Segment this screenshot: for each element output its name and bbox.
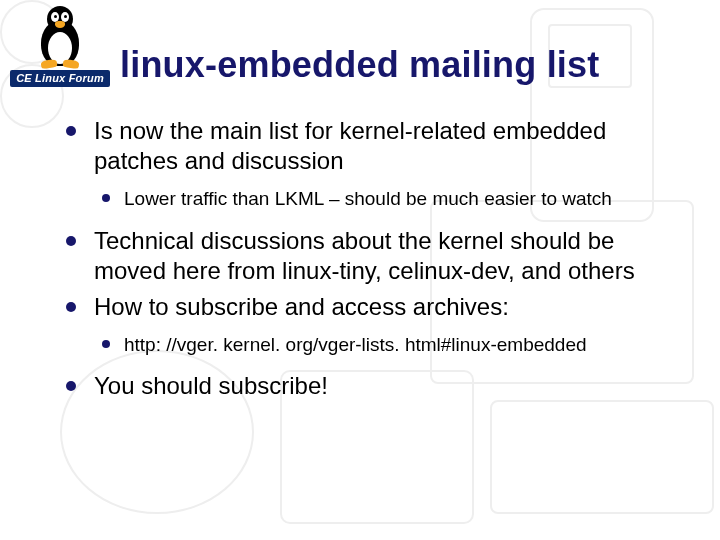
sub-bullet-text: http: //vger. kernel. org/vger-lists. ht… [124,334,587,355]
slide-title: linux-embedded mailing list [120,44,680,86]
list-item: How to subscribe and access archives: ht… [60,292,680,358]
bullet-text: You should subscribe! [94,372,328,399]
list-item: You should subscribe! [60,371,680,401]
sub-list: Lower traffic than LKML – should be much… [94,186,680,212]
bullet-list: Is now the main list for kernel-related … [60,116,680,401]
sub-bullet-text: Lower traffic than LKML – should be much… [124,188,612,209]
list-item: Technical discussions about the kernel s… [60,226,680,286]
logo-banner-text: CE Linux Forum [10,70,110,87]
list-item: Is now the main list for kernel-related … [60,116,680,212]
ce-linux-forum-logo: CE Linux Forum [10,6,110,94]
bullet-text: Technical discussions about the kernel s… [94,227,635,284]
sub-list: http: //vger. kernel. org/vger-lists. ht… [94,332,680,358]
tux-penguin-icon [31,6,89,68]
sub-list-item: http: //vger. kernel. org/vger-lists. ht… [94,332,680,358]
sub-list-item: Lower traffic than LKML – should be much… [94,186,680,212]
bullet-text: Is now the main list for kernel-related … [94,117,606,174]
bullet-text: How to subscribe and access archives: [94,293,509,320]
